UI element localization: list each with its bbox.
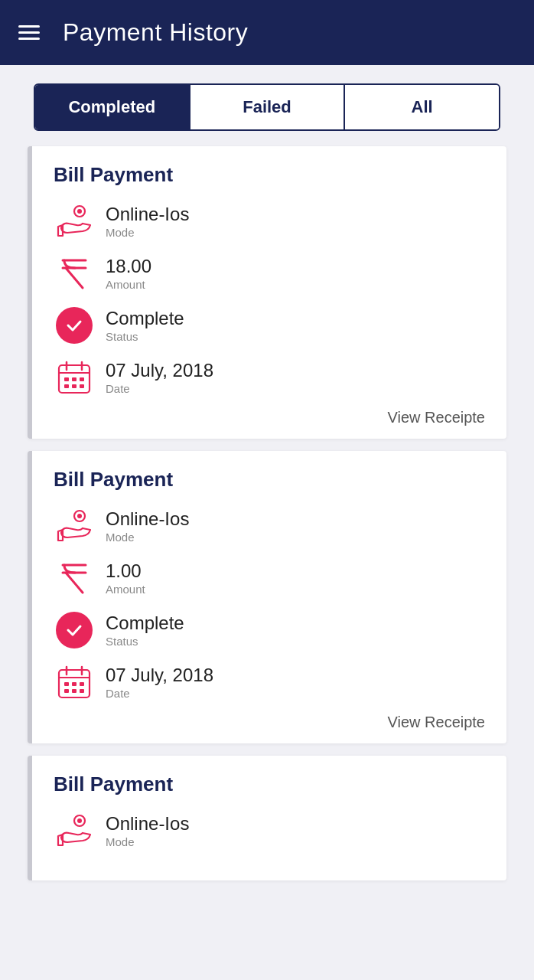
amount-icon-2 bbox=[54, 557, 95, 599]
svg-rect-16 bbox=[72, 689, 77, 693]
svg-rect-17 bbox=[80, 689, 84, 693]
menu-button[interactable] bbox=[18, 25, 40, 40]
mode-value-2: Online-Ios bbox=[106, 508, 189, 530]
status-row-2: Complete Status bbox=[54, 609, 485, 651]
date-label-2: Date bbox=[106, 687, 213, 700]
svg-rect-3 bbox=[64, 377, 69, 381]
page-title: Payment History bbox=[63, 18, 248, 47]
filter-tabs: Completed Failed All bbox=[34, 83, 500, 131]
mode-label-2: Mode bbox=[106, 531, 189, 544]
svg-point-10 bbox=[77, 514, 82, 518]
svg-rect-5 bbox=[80, 377, 84, 381]
svg-rect-14 bbox=[80, 682, 84, 686]
svg-rect-15 bbox=[64, 689, 69, 693]
tab-all[interactable]: All bbox=[345, 85, 499, 129]
svg-rect-4 bbox=[72, 377, 77, 381]
svg-rect-6 bbox=[64, 384, 69, 388]
payment-card-3: Bill Payment Online-Ios Mode bbox=[28, 756, 506, 880]
mode-icon-2 bbox=[54, 505, 95, 547]
app-header: Payment History bbox=[0, 0, 534, 65]
svg-rect-13 bbox=[72, 682, 77, 686]
view-receipt-2[interactable]: View Receipte bbox=[54, 714, 485, 731]
date-value-1: 07 July, 2018 bbox=[106, 360, 213, 381]
amount-label-1: Amount bbox=[106, 278, 151, 291]
payment-card-2: Bill Payment Online-Ios Mode bbox=[28, 451, 506, 743]
svg-rect-12 bbox=[64, 682, 69, 686]
svg-point-19 bbox=[77, 818, 82, 823]
view-receipt-1[interactable]: View Receipte bbox=[54, 409, 485, 426]
mode-row-3: Online-Ios Mode bbox=[54, 810, 485, 851]
amount-row-1: 18.00 Amount bbox=[54, 253, 485, 294]
mode-value-1: Online-Ios bbox=[106, 204, 189, 225]
tabs-container: Completed Failed All bbox=[0, 65, 534, 131]
date-row-2: 07 July, 2018 Date bbox=[54, 662, 485, 703]
status-icon-1 bbox=[54, 305, 95, 346]
date-icon-1 bbox=[54, 357, 95, 398]
status-icon-2 bbox=[54, 609, 95, 651]
mode-icon-3 bbox=[54, 810, 95, 851]
card-title-2: Bill Payment bbox=[54, 468, 485, 492]
mode-value-3: Online-Ios bbox=[106, 813, 189, 835]
date-label-1: Date bbox=[106, 382, 213, 395]
date-value-2: 07 July, 2018 bbox=[106, 665, 213, 686]
cards-container: Bill Payment Online-Ios Mode bbox=[0, 131, 534, 896]
mode-icon-1 bbox=[54, 201, 95, 242]
status-row-1: Complete Status bbox=[54, 305, 485, 346]
card-title-3: Bill Payment bbox=[54, 773, 485, 796]
svg-rect-8 bbox=[80, 384, 84, 388]
mode-label-3: Mode bbox=[106, 835, 189, 848]
date-row-1: 07 July, 2018 Date bbox=[54, 357, 485, 398]
amount-row-2: 1.00 Amount bbox=[54, 557, 485, 599]
card-title-1: Bill Payment bbox=[54, 163, 485, 187]
tab-failed[interactable]: Failed bbox=[190, 85, 346, 129]
mode-row-1: Online-Ios Mode bbox=[54, 201, 485, 242]
status-label-2: Status bbox=[106, 635, 184, 648]
svg-point-1 bbox=[77, 209, 82, 214]
svg-rect-7 bbox=[72, 384, 77, 388]
status-value-2: Complete bbox=[106, 612, 184, 634]
amount-label-2: Amount bbox=[106, 583, 145, 596]
date-icon-2 bbox=[54, 662, 95, 703]
amount-icon-1 bbox=[54, 253, 95, 294]
mode-row-2: Online-Ios Mode bbox=[54, 505, 485, 547]
amount-value-1: 18.00 bbox=[106, 256, 151, 277]
tab-completed[interactable]: Completed bbox=[35, 85, 190, 129]
status-label-1: Status bbox=[106, 330, 184, 343]
status-value-1: Complete bbox=[106, 308, 184, 329]
payment-card-1: Bill Payment Online-Ios Mode bbox=[28, 146, 506, 439]
amount-value-2: 1.00 bbox=[106, 560, 145, 582]
mode-label-1: Mode bbox=[106, 226, 189, 239]
